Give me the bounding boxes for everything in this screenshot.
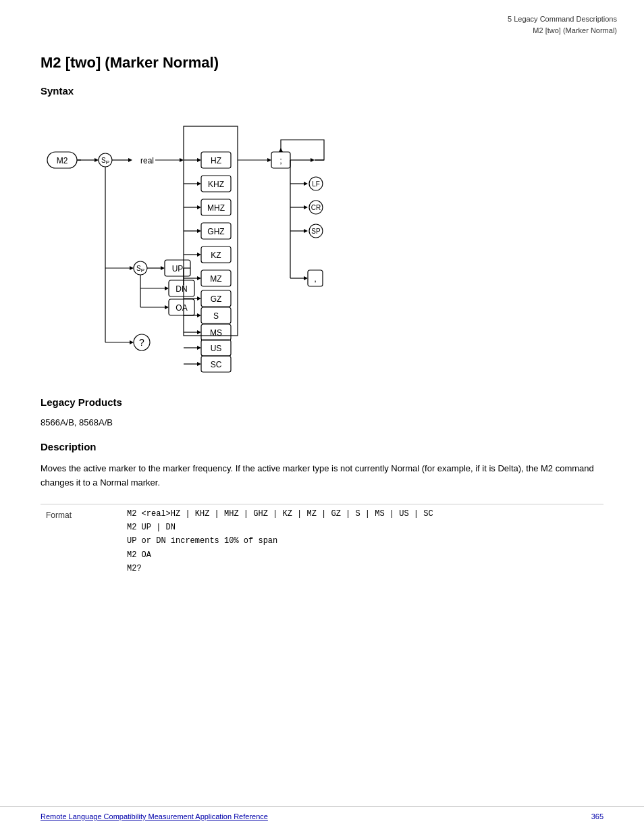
- breadcrumb-line1: 5 Legacy Command Descriptions: [508, 14, 617, 25]
- svg-marker-107: [130, 340, 134, 344]
- svg-marker-95: [165, 286, 169, 290]
- svg-marker-21: [197, 205, 201, 209]
- page-footer: Remote Language Compatibility Measuremen…: [0, 806, 644, 820]
- svg-text:KHZ: KHZ: [208, 180, 224, 189]
- svg-text:GHZ: GHZ: [207, 227, 224, 236]
- format-line-2: M2 UP | DN: [127, 521, 598, 534]
- svg-text:CR: CR: [311, 204, 321, 211]
- svg-text:KZ: KZ: [211, 251, 221, 260]
- svg-text:LF: LF: [312, 180, 320, 188]
- svg-text:SP: SP: [136, 265, 144, 273]
- description-heading: Description: [41, 441, 603, 452]
- svg-marker-90: [161, 266, 165, 270]
- breadcrumb: 5 Legacy Command Descriptions M2 [two] (…: [508, 14, 617, 36]
- footer-left: Remote Language Compatibility Measuremen…: [41, 812, 268, 820]
- svg-marker-63: [279, 148, 283, 152]
- svg-marker-61: [311, 158, 315, 162]
- format-table: Format M2 <real>HZ | KHZ | MHZ | GHZ | K…: [41, 504, 603, 579]
- page-title: M2 [two] (Marker Normal): [41, 54, 603, 72]
- svg-text:SP: SP: [311, 228, 321, 235]
- svg-marker-33: [197, 276, 201, 280]
- svg-text:?: ?: [139, 337, 144, 348]
- format-label: Format: [41, 504, 122, 578]
- page-container: 5 Legacy Command Descriptions M2 [two] (…: [0, 0, 644, 619]
- description-text: Moves the active marker to the marker fr…: [41, 462, 603, 490]
- svg-text:OA: OA: [176, 303, 187, 313]
- svg-marker-49: [197, 346, 201, 350]
- svg-text:SP: SP: [101, 157, 109, 165]
- syntax-svg: M2 SP real HZ: [41, 106, 432, 376]
- svg-marker-7: [128, 158, 132, 162]
- svg-marker-71: [304, 205, 308, 209]
- format-row: Format M2 <real>HZ | KHZ | MHZ | GHZ | K…: [41, 504, 603, 578]
- svg-text:MHZ: MHZ: [207, 203, 225, 213]
- legacy-products-text: 8566A/B, 8568A/B: [41, 417, 603, 427]
- svg-text:UP: UP: [172, 264, 184, 273]
- svg-marker-53: [197, 362, 201, 366]
- breadcrumb-line2: M2 [two] (Marker Normal): [508, 25, 617, 36]
- svg-marker-17: [197, 182, 201, 186]
- svg-text:S: S: [213, 311, 219, 321]
- svg-marker-10: [180, 158, 184, 162]
- svg-text:MZ: MZ: [210, 274, 221, 284]
- format-line-3: UP or DN increments 10% of span: [127, 534, 598, 548]
- svg-marker-57: [267, 158, 271, 162]
- svg-marker-13: [197, 158, 201, 162]
- svg-marker-37: [197, 296, 201, 301]
- svg-marker-81: [304, 276, 308, 280]
- svg-marker-41: [197, 313, 201, 317]
- svg-marker-86: [130, 266, 134, 270]
- svg-marker-100: [165, 305, 169, 309]
- legacy-products-heading: Legacy Products: [41, 396, 603, 408]
- svg-text:MS: MS: [210, 328, 222, 338]
- svg-marker-66: [304, 182, 308, 186]
- svg-marker-45: [197, 330, 201, 334]
- svg-text:HZ: HZ: [211, 156, 221, 165]
- format-line-4: M2 OA: [127, 548, 598, 562]
- svg-text:US: US: [211, 344, 222, 353]
- svg-text:DN: DN: [176, 284, 187, 294]
- svg-text:GZ: GZ: [211, 294, 222, 304]
- svg-marker-3: [95, 158, 99, 162]
- svg-text:SC: SC: [211, 360, 222, 369]
- format-line-1: M2 <real>HZ | KHZ | MHZ | GHZ | KZ | MZ …: [127, 507, 598, 521]
- svg-text:real: real: [140, 156, 154, 165]
- svg-marker-76: [304, 229, 308, 233]
- syntax-diagram: M2 SP real HZ: [41, 106, 432, 376]
- svg-marker-25: [197, 229, 201, 233]
- svg-text:M2: M2: [57, 156, 68, 165]
- svg-text:;: ;: [279, 155, 282, 165]
- svg-text:,: ,: [314, 273, 317, 284]
- format-line-5: M2?: [127, 562, 598, 575]
- svg-marker-29: [197, 253, 201, 257]
- footer-right: 365: [591, 812, 603, 820]
- syntax-heading: Syntax: [41, 85, 603, 97]
- format-content: M2 <real>HZ | KHZ | MHZ | GHZ | KZ | MZ …: [122, 504, 603, 578]
